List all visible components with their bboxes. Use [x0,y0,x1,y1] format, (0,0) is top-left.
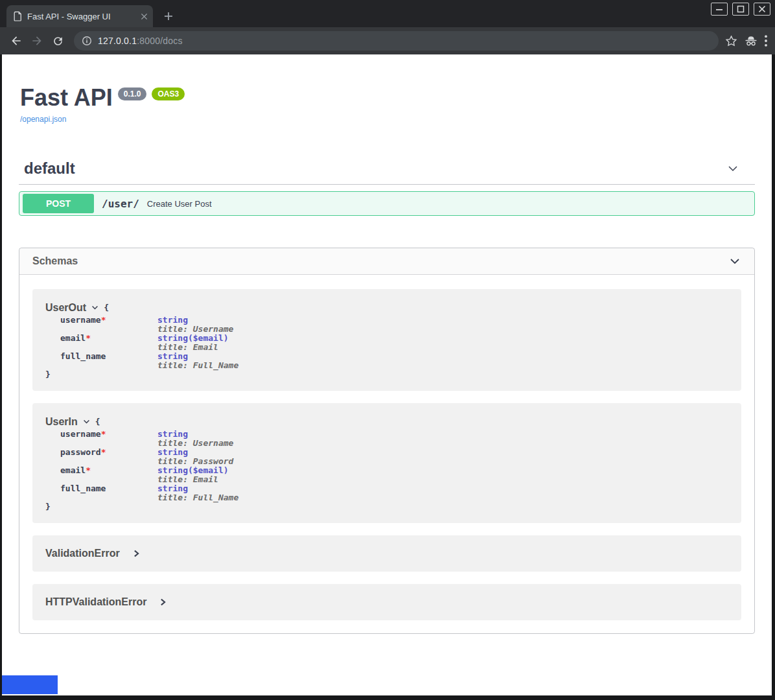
required-star: * [101,429,106,439]
window-maximize-button[interactable] [732,3,749,16]
window-controls [711,3,770,16]
three-dots-icon [765,35,767,47]
schemas-header[interactable]: Schemas [19,248,754,275]
property-name: username [60,315,101,325]
toolbar-right [725,35,769,47]
property-type: string [157,430,238,439]
property-row: email* string($email) title: Email [60,334,238,352]
property-attr: title: Password [157,457,238,466]
open-brace: { [104,302,109,313]
model-validationerror[interactable]: ValidationError [32,535,741,572]
browser-toolbar: 127.0.0.1:8000/docs [0,27,775,54]
property-table: username* string title: Username passwor… [60,430,238,502]
endpoint-path: /user/ [102,198,139,210]
version-badge: 0.1.0 [118,88,147,100]
model-httpvalidationerror[interactable]: HTTPValidationError [32,584,741,620]
chevron-down-icon[interactable] [726,162,739,175]
tab-close-button[interactable] [141,13,148,20]
openapi-spec-link[interactable]: /openapi.json [20,115,66,124]
chevron-right-icon[interactable] [159,598,167,607]
property-row: password* string title: Password [60,448,238,466]
property-type: string [157,352,238,361]
incognito-hat-icon [744,35,758,47]
property-row: full_name string title: Full_Name [60,484,238,502]
property-name: password [60,447,101,457]
tab-title: Fast API - Swagger UI [27,12,135,21]
property-name: email [60,333,86,343]
property-attr: title: Email [157,475,238,484]
reload-button[interactable] [48,31,67,51]
back-arrow-icon [10,34,23,47]
window-close-button[interactable] [754,3,770,16]
property-attr: title: Username [157,325,238,334]
close-icon [141,13,148,20]
property-attr: title: Full_Name [157,361,238,370]
browser-tab[interactable]: Fast API - Swagger UI [6,5,153,27]
url-path: :8000/docs [137,36,183,46]
minimize-icon [715,5,724,13]
property-name: username [60,429,101,439]
property-attr: title: Email [157,343,238,352]
property-name: full_name [60,351,106,361]
reload-icon [52,35,64,47]
window-minimize-button[interactable] [711,3,728,16]
forward-button[interactable] [27,31,47,51]
chevron-down-icon[interactable] [728,255,741,268]
property-name: full_name [60,484,106,493]
model-toggle[interactable]: UserIn { [45,416,728,427]
property-table: username* string title: Username email* … [60,316,238,370]
maximize-icon [736,5,745,13]
browser-menu-button[interactable] [765,35,767,47]
property-row: email* string($email) title: Email [60,466,238,484]
chevron-down-icon[interactable] [82,417,91,426]
star-icon [725,35,737,47]
required-star: * [86,333,91,343]
property-row: username* string title: Username [60,430,238,448]
post-endpoint-row[interactable]: POST /user/ Create User Post [19,191,755,216]
model-title: UserIn [45,416,78,427]
model-title: UserOut [45,302,86,313]
post-method-badge: POST [23,194,94,213]
property-row: username* string title: Username [60,316,238,334]
oas3-badge: OAS3 [152,88,185,100]
property-type: string($email) [157,334,238,343]
new-tab-button[interactable] [159,7,178,25]
url-host: 127.0.0.1 [98,36,137,46]
property-attr: title: Full_Name [157,493,238,502]
close-brace: } [45,370,728,379]
model-title: HTTPValidationError [45,596,146,608]
browser-chrome: Fast API - Swagger UI [0,0,775,54]
close-icon [758,5,767,13]
tag-title: default [24,159,75,178]
close-brace: } [45,502,728,511]
default-section-header[interactable]: default [19,159,755,185]
info-icon[interactable] [82,36,92,46]
chevron-right-icon[interactable] [133,549,140,558]
property-type: string($email) [157,466,238,475]
browser-window: Fast API - Swagger UI [0,0,775,700]
model-toggle[interactable]: UserOut { [45,302,728,313]
page-content: Fast API 0.1.0 OAS3 /openapi.json defaul… [0,54,775,695]
page-icon [13,11,22,21]
schemas-title: Schemas [32,255,78,267]
required-star: * [101,315,106,325]
required-star: * [101,447,106,457]
window-bottom-border [0,695,775,700]
property-name: email [60,465,86,475]
property-type: string [157,484,238,493]
model-title: ValidationError [45,548,120,559]
schemas-body: UserOut { username* string title: Userna… [19,275,754,633]
bookmark-star-button[interactable] [725,35,737,47]
url-text: 127.0.0.1:8000/docs [98,36,183,46]
open-brace: { [95,416,100,427]
back-button[interactable] [6,31,26,51]
property-type: string [157,448,238,457]
tab-strip: Fast API - Swagger UI [0,0,775,27]
required-star: * [86,465,91,475]
address-bar[interactable]: 127.0.0.1:8000/docs [74,31,719,51]
chevron-down-icon[interactable] [91,303,99,312]
endpoint-summary: Create User Post [147,199,212,209]
status-bubble [2,675,58,694]
schemas-section: Schemas UserOut { usern [19,248,755,634]
plus-icon [164,12,173,21]
